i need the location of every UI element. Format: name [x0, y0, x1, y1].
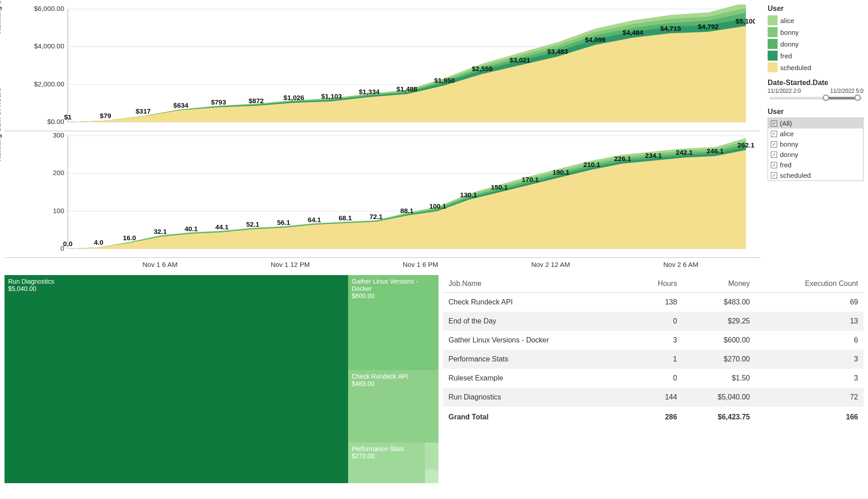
legend-swatch — [768, 51, 778, 61]
y-tick: 300 — [53, 131, 64, 139]
treemap-cell[interactable]: Performance Stats$270.00 — [348, 442, 425, 483]
table-row[interactable]: Check Rundeck API138$483.0069 — [443, 293, 863, 312]
filter-item-all[interactable]: ✓(All) — [768, 118, 863, 128]
date-start: 11/1/2022 2:0 — [768, 88, 801, 94]
checkbox-icon: ✓ — [771, 141, 777, 147]
data-label: $3,483 — [547, 48, 568, 55]
data-label: 226.1 — [614, 155, 631, 162]
legend-item-donny[interactable]: donny — [768, 38, 863, 50]
col-header[interactable]: Hours — [632, 275, 683, 293]
data-label: $1,488 — [396, 85, 417, 93]
checkbox-icon: ✓ — [771, 162, 777, 168]
slider-handle-right[interactable] — [854, 95, 861, 101]
x-tick: Nov 1 12 PM — [271, 261, 310, 268]
filter-item-bonny[interactable]: ✓bonny — [768, 139, 863, 149]
area-scheduled[interactable] — [68, 26, 746, 123]
col-header[interactable]: Execution Count — [755, 275, 863, 293]
area-scheduled[interactable] — [68, 150, 746, 249]
data-label: 56.1 — [277, 219, 290, 226]
data-label: $5,100 — [736, 17, 755, 25]
legend-swatch — [768, 39, 778, 49]
table-row[interactable]: Performance Stats1$270.003 — [443, 350, 863, 369]
data-label: 130.1 — [460, 191, 477, 199]
filter-item-donny[interactable]: ✓donny — [768, 149, 863, 160]
treemap-cell-value: $270.00 — [352, 452, 421, 460]
data-label: 170.1 — [522, 176, 539, 183]
data-label: 88.1 — [400, 207, 413, 214]
treemap-cell-name: Gather Linux Versions - Docker — [352, 278, 435, 292]
charts-column: Running Sum of Money $0.00$2,000.00$4,00… — [5, 5, 760, 271]
legend-swatch — [768, 27, 778, 37]
treemap-cell-name: Performance Stats — [352, 445, 421, 452]
data-label: $4,484 — [623, 29, 644, 36]
x-tick: Nov 1 6 AM — [142, 261, 178, 268]
data-label: 64.1 — [308, 216, 321, 223]
money-chart[interactable]: Running Sum of Money $0.00$2,000.00$4,00… — [5, 5, 760, 131]
data-label: 150.1 — [491, 183, 508, 191]
treemap-cell-value: $483.00 — [352, 380, 435, 387]
data-label: $1,026 — [283, 94, 304, 101]
treemap-cell-value: $5,040.00 — [8, 285, 344, 292]
legend-item-alice[interactable]: alice — [768, 14, 863, 26]
data-label: $4,715 — [660, 24, 681, 32]
treemap-cell[interactable]: Run Diagnostics$5,040.00 — [5, 275, 348, 483]
data-label: 234.1 — [645, 152, 662, 159]
col-header[interactable]: Job.Name — [443, 275, 632, 293]
checkbox-icon: ✓ — [771, 120, 777, 127]
money-chart-svg[interactable]: $0.00$2,000.00$4,000.00$6,000.00$1$79$31… — [5, 5, 755, 131]
hours-chart[interactable]: Running Sum of Hours 01002003000.04.016.… — [5, 131, 760, 258]
data-label: $317 — [136, 107, 151, 115]
data-label: $793 — [211, 98, 226, 106]
data-label: $79 — [100, 112, 111, 119]
legend-item-scheduled[interactable]: scheduled — [768, 62, 863, 73]
data-label: $3,021 — [509, 56, 530, 64]
data-label: 262.1 — [737, 141, 755, 149]
data-label: 32.1 — [154, 228, 167, 235]
data-label: 246.1 — [707, 147, 724, 155]
data-label: $4,792 — [698, 23, 719, 30]
legend-item-bonny[interactable]: bonny — [768, 26, 863, 38]
treemap-cell[interactable] — [425, 470, 439, 483]
table-row[interactable]: Run Diagnostics144$5,040.0072 — [443, 388, 863, 407]
shared-x-axis: Nov 1 6 AMNov 1 12 PMNov 1 6 PMNov 2 12 … — [5, 258, 755, 271]
filter-item-fred[interactable]: ✓fred — [768, 160, 863, 170]
table-row[interactable]: Gather Linux Versions - Docker3$600.006 — [443, 331, 863, 350]
y-tick: $2,000.00 — [34, 80, 64, 88]
legend-item-fred[interactable]: fred — [768, 50, 863, 62]
treemap-cell[interactable] — [425, 442, 439, 470]
filter-item-alice[interactable]: ✓alice — [768, 128, 863, 139]
user-filter-list: ✓(All)✓alice✓bonny✓donny✓fred✓scheduled — [768, 118, 863, 181]
checkbox-icon: ✓ — [771, 152, 777, 158]
treemap-cell-name: Check Rundeck API — [352, 373, 435, 380]
filter-item-scheduled[interactable]: ✓scheduled — [768, 170, 863, 181]
table-row[interactable]: Ruleset Example0$1.503 — [443, 369, 863, 388]
slider-handle-left[interactable] — [823, 95, 829, 101]
date-end: 11/2/2022 5:0 — [830, 88, 863, 94]
date-slider[interactable] — [769, 97, 862, 100]
treemap[interactable]: Run Diagnostics$5,040.00Gather Linux Ver… — [5, 275, 439, 483]
treemap-cell[interactable]: Gather Linux Versions - Docker$600.00 — [348, 275, 439, 370]
legend-title: User — [768, 5, 863, 13]
x-tick: Nov 2 6 AM — [663, 261, 698, 268]
hours-y-label: Running Sum of Hours — [0, 87, 2, 161]
data-label: 100.1 — [429, 202, 446, 210]
data-label: 68.1 — [339, 214, 352, 222]
data-label: $1,103 — [321, 92, 342, 100]
data-label: 210.1 — [583, 161, 600, 168]
col-header[interactable]: Money — [683, 275, 755, 293]
data-label: 0.0 — [63, 240, 73, 247]
treemap-cell[interactable]: Check Rundeck API$483.00 — [348, 370, 439, 442]
y-tick: $4,000.00 — [34, 42, 64, 50]
data-label: 44.1 — [215, 223, 228, 231]
data-label: 242.1 — [676, 148, 693, 156]
table-row[interactable]: End of the Day0$29.2513 — [443, 312, 863, 331]
hours-chart-svg[interactable]: 01002003000.04.016.032.140.144.152.156.1… — [5, 131, 755, 258]
legend-items: alicebonnydonnyfredscheduled — [768, 14, 863, 73]
data-label: $1 — [64, 113, 72, 121]
data-label: 72.1 — [369, 213, 382, 220]
legend-label: alice — [780, 17, 794, 24]
data-label: $634 — [173, 101, 189, 109]
job-table-wrap: Job.NameHoursMoneyExecution Count Check … — [443, 275, 863, 483]
legend-swatch — [768, 15, 778, 25]
legend-label: bonny — [780, 29, 799, 36]
